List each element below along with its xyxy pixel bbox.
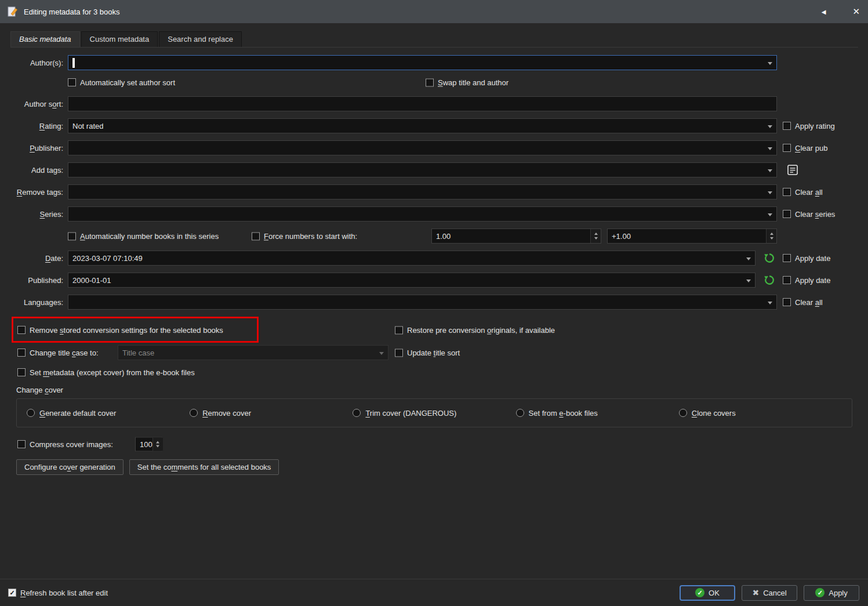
checkbox-label: Clear series [795, 210, 835, 219]
chevron-down-icon[interactable] [768, 191, 772, 197]
clear-pub-checkbox[interactable]: Clear pub [783, 144, 827, 153]
date-label: Date: [5, 254, 68, 263]
compress-cover-images-checkbox[interactable]: Compress cover images: [17, 440, 113, 449]
spin-buttons[interactable] [590, 229, 601, 243]
force-numbers-checkbox[interactable]: Force numbers to start with: [252, 232, 357, 241]
compress-cover-row: Compress cover images: 100 [5, 437, 858, 452]
spin-down-icon[interactable] [770, 237, 773, 241]
ok-label: OK [709, 589, 720, 597]
configure-cover-generation-button[interactable]: Configure cover generation [16, 459, 124, 475]
reset-date-button[interactable] [762, 251, 777, 266]
apply-rating-checkbox[interactable]: Apply rating [783, 122, 835, 130]
auto-author-sort-checkbox[interactable]: Automatically set author sort [68, 78, 175, 87]
publisher-label: Publisher: [5, 144, 68, 153]
set-metadata-checkbox[interactable]: Set metadata (except cover) from the e-b… [17, 368, 195, 377]
clear-all-tags-checkbox[interactable]: Clear all [783, 188, 823, 197]
radio-set-from-ebook-files[interactable]: Set from e-book files [516, 409, 679, 418]
languages-combobox[interactable] [68, 295, 777, 310]
add-tags-label: Add tags: [5, 166, 68, 175]
apply-published-checkbox[interactable]: Apply date [783, 276, 830, 285]
title-case-combobox[interactable]: Title case [118, 345, 388, 360]
series-combobox[interactable] [68, 206, 777, 222]
collapse-arrow-icon[interactable]: ◀ [822, 9, 826, 15]
chevron-down-icon[interactable] [768, 125, 772, 130]
authors-combobox[interactable] [68, 55, 777, 70]
text-caret [72, 58, 75, 68]
series-increment-spinbox[interactable]: +1.00 [607, 228, 777, 244]
rating-combobox[interactable]: Not rated [68, 118, 777, 133]
autonumber-series-checkbox[interactable]: Automatically number books in this serie… [68, 232, 219, 241]
checkbox-label: Update title sort [407, 349, 460, 357]
tab-basic-metadata[interactable]: Basic metadata [10, 31, 80, 47]
cancel-button[interactable]: ✖ Cancel [742, 585, 797, 601]
checkbox-label: Apply rating [795, 122, 835, 130]
author-sort-input[interactable] [68, 96, 777, 111]
title-case-row: Change title case to: Title case Update … [5, 345, 858, 360]
radio-clone-covers[interactable]: Clone covers [679, 409, 842, 418]
swap-title-author-checkbox[interactable]: Swap title and author [426, 78, 509, 87]
window-title: Editing metadata for 3 books [24, 8, 120, 16]
spin-up-icon[interactable] [770, 231, 773, 235]
dialog-footer: ✓ Refresh book list after edit ✓ OK ✖ Ca… [0, 579, 868, 606]
spin-down-icon[interactable] [156, 445, 159, 449]
chevron-down-icon[interactable] [768, 213, 772, 219]
published-combobox[interactable]: 2000-01-01 [68, 273, 756, 288]
languages-row: Languages: Clear all [5, 295, 858, 310]
checkbox-label: Apply date [795, 276, 830, 285]
radio-label: Trim cover (DANGEROUS) [365, 409, 456, 418]
spin-buttons[interactable] [152, 438, 163, 451]
series-start-spinbox[interactable]: 1.00 [431, 228, 601, 244]
remove-conversion-settings-checkbox[interactable]: Remove stored conversion settings for th… [17, 326, 223, 335]
checkbox-box [783, 210, 791, 218]
date-combobox[interactable]: 2023-03-07 07:10:49 [68, 251, 756, 266]
checkbox-box [68, 232, 76, 240]
spin-down-icon[interactable] [594, 237, 598, 241]
tag-editor-button[interactable] [785, 162, 800, 177]
set-comments-button[interactable]: Set the comments for all selected books [129, 459, 279, 475]
change-title-case-checkbox[interactable]: Change title case to: [17, 349, 99, 357]
chevron-down-icon[interactable] [768, 302, 772, 307]
checkbox-label: Apply date [795, 254, 830, 263]
reset-published-button[interactable] [762, 273, 777, 288]
checkbox-box [783, 188, 791, 196]
publisher-combobox[interactable] [68, 140, 777, 155]
radio-trim-cover[interactable]: Trim cover (DANGEROUS) [353, 409, 515, 418]
radio-circle [27, 409, 35, 417]
radio-circle [679, 409, 687, 417]
series-row: Series: Clear series [5, 206, 858, 222]
cancel-x-icon: ✖ [752, 588, 759, 597]
checkbox-box [17, 349, 26, 357]
cancel-label: Cancel [763, 589, 786, 597]
close-icon[interactable]: ✕ [852, 6, 860, 17]
spin-up-icon[interactable] [156, 440, 159, 444]
restore-originals-checkbox[interactable]: Restore pre conversion originals, if ava… [395, 326, 555, 335]
titlebar[interactable]: Editing metadata for 3 books ◀ ✕ [0, 0, 868, 23]
add-tags-combobox[interactable] [68, 162, 777, 177]
tab-custom-metadata[interactable]: Custom metadata [81, 31, 158, 47]
chevron-down-icon[interactable] [746, 257, 751, 263]
apply-date-checkbox[interactable]: Apply date [783, 254, 830, 263]
published-row: Published: 2000-01-01 Apply date [5, 273, 858, 288]
chevron-down-icon[interactable] [768, 62, 772, 67]
ok-button[interactable]: ✓ OK [680, 585, 735, 601]
chevron-down-icon[interactable] [746, 280, 751, 285]
spin-buttons[interactable] [766, 229, 776, 243]
refresh-book-list-checkbox[interactable]: ✓ Refresh book list after edit [8, 589, 108, 597]
chevron-down-icon[interactable] [768, 169, 772, 175]
radio-remove-cover[interactable]: Remove cover [190, 409, 353, 418]
apply-check-icon: ✓ [815, 588, 825, 597]
compress-quality-spinbox[interactable]: 100 [135, 437, 162, 452]
cover-actions-row: Configure cover generation Set the comme… [16, 459, 858, 475]
remove-tags-combobox[interactable] [68, 184, 777, 199]
radio-generate-default-cover[interactable]: Generate default cover [27, 409, 190, 418]
chevron-down-icon[interactable] [768, 147, 772, 153]
clear-series-checkbox[interactable]: Clear series [783, 210, 835, 219]
checkbox-label: Refresh book list after edit [20, 589, 108, 597]
update-title-sort-checkbox[interactable]: Update title sort [395, 349, 460, 357]
tab-search-and-replace[interactable]: Search and replace [159, 31, 242, 47]
radio-label: Remove cover [202, 409, 251, 418]
clear-all-languages-checkbox[interactable]: Clear all [783, 298, 823, 307]
spin-up-icon[interactable] [594, 231, 598, 235]
checkbox-box [395, 326, 403, 334]
apply-button[interactable]: ✓ Apply [804, 585, 859, 601]
